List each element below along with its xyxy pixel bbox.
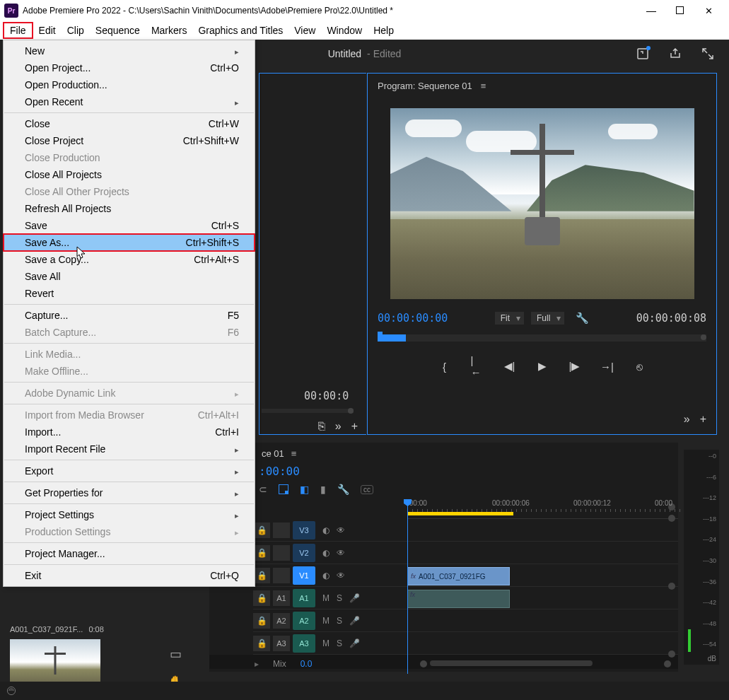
maximize-button[interactable] bbox=[676, 6, 684, 14]
zoom-fit-select[interactable]: Fit bbox=[495, 312, 524, 325]
insert-program-icon[interactable] bbox=[279, 484, 288, 494]
track-label[interactable]: V2 bbox=[293, 544, 315, 562]
step-fwd-icon[interactable]: |▶ bbox=[568, 360, 581, 373]
marker-icon[interactable]: ▮ bbox=[320, 484, 326, 495]
insert-icon[interactable]: ⎘ bbox=[318, 420, 325, 434]
menu-sequence[interactable]: Sequence bbox=[90, 23, 146, 37]
menuitem-save[interactable]: SaveCtrl+S bbox=[4, 217, 255, 234]
toggle-output-icon[interactable]: ◐ bbox=[322, 571, 329, 581]
voiceover-icon[interactable]: 🎤 bbox=[349, 616, 360, 626]
menuitem-import[interactable]: Import...Ctrl+I bbox=[4, 424, 255, 441]
settings-icon[interactable]: 🔧 bbox=[576, 312, 589, 325]
audio-clip[interactable]: fx bbox=[407, 590, 510, 608]
menu-edit[interactable]: Edit bbox=[33, 23, 62, 37]
workspace-name[interactable]: Untitled bbox=[328, 48, 361, 59]
menuitem-open-project[interactable]: Open Project...Ctrl+O bbox=[4, 59, 255, 76]
source-patch[interactable]: A3 bbox=[273, 636, 290, 651]
file-menu[interactable]: NewOpen Project...Ctrl+OOpen Production.… bbox=[3, 40, 255, 587]
sequence-tab[interactable]: ce 01 bbox=[262, 448, 284, 459]
clip-name[interactable]: A001_C037_0921F... bbox=[10, 625, 83, 634]
export-frame-icon[interactable]: + bbox=[351, 420, 358, 434]
more-controls-icon[interactable]: » bbox=[684, 413, 690, 426]
track-label[interactable]: A3 bbox=[293, 634, 315, 653]
resolution-select[interactable]: Full bbox=[531, 312, 564, 325]
track-label[interactable]: A2 bbox=[293, 612, 315, 630]
menuitem-project-manager[interactable]: Project Manager... bbox=[4, 545, 255, 562]
eye-icon[interactable]: 👁 bbox=[337, 571, 345, 581]
overwrite-icon[interactable]: » bbox=[335, 420, 342, 434]
add-control-icon[interactable]: + bbox=[700, 413, 706, 426]
quick-export-icon[interactable] bbox=[636, 47, 650, 61]
mute-toggle[interactable]: M bbox=[322, 593, 329, 603]
source-mini-scrub[interactable] bbox=[262, 409, 354, 413]
timeline-menu-icon[interactable] bbox=[291, 448, 301, 459]
source-patch[interactable]: A2 bbox=[273, 613, 290, 629]
program-preview[interactable] bbox=[390, 108, 694, 299]
lift-icon[interactable]: ⎋ bbox=[634, 360, 646, 373]
share-icon[interactable] bbox=[668, 47, 682, 61]
lock-icon[interactable]: 🔒 bbox=[253, 590, 270, 606]
menuitem-new[interactable]: New bbox=[4, 42, 255, 59]
menuitem-project-settings[interactable]: Project Settings bbox=[4, 506, 255, 523]
voiceover-icon[interactable]: 🎤 bbox=[349, 593, 360, 603]
menuitem-revert[interactable]: Revert bbox=[4, 285, 255, 302]
rectangle-tool-icon[interactable]: ▭ bbox=[168, 646, 183, 662]
mute-toggle[interactable]: M bbox=[322, 616, 329, 626]
lock-icon[interactable]: 🔒 bbox=[253, 636, 270, 651]
snap-icon[interactable]: ◧ bbox=[300, 484, 309, 495]
go-to-in-icon[interactable]: |← bbox=[471, 360, 484, 373]
timeline-current-tc[interactable]: :00:00 bbox=[259, 465, 300, 478]
menuitem-close-all-projects[interactable]: Close All Projects bbox=[4, 166, 255, 183]
cloud-sync-icon[interactable] bbox=[6, 685, 17, 696]
solo-toggle[interactable]: S bbox=[337, 593, 342, 603]
menu-file[interactable]: File bbox=[3, 22, 33, 39]
menu-help[interactable]: Help bbox=[368, 23, 400, 37]
toggle-output-icon[interactable]: ◐ bbox=[322, 525, 329, 535]
program-scrub-bar[interactable] bbox=[378, 334, 706, 342]
playhead[interactable] bbox=[407, 499, 408, 674]
nest-icon[interactable]: ⊂ bbox=[259, 484, 267, 495]
caption-icon[interactable]: cc bbox=[361, 485, 373, 494]
menuitem-export[interactable]: Export bbox=[4, 462, 255, 479]
lock-icon[interactable]: 🔒 bbox=[253, 523, 270, 538]
mix-value[interactable]: 0.0 bbox=[301, 659, 313, 669]
menuitem-get-properties-for[interactable]: Get Properties for bbox=[4, 484, 255, 501]
program-menu-icon[interactable] bbox=[481, 81, 491, 91]
menuitem-exit[interactable]: ExitCtrl+Q bbox=[4, 567, 255, 584]
menuitem-save-a-copy[interactable]: Save a Copy...Ctrl+Alt+S bbox=[4, 251, 255, 268]
menuitem-open-recent[interactable]: Open Recent bbox=[4, 93, 255, 110]
program-current-tc[interactable]: 00:00:00:00 bbox=[378, 312, 448, 325]
menu-markers[interactable]: Markers bbox=[146, 23, 193, 37]
go-to-out-icon[interactable]: →| bbox=[601, 360, 614, 373]
menuitem-close-project[interactable]: Close ProjectCtrl+Shift+W bbox=[4, 132, 255, 149]
close-button[interactable] bbox=[704, 6, 713, 16]
solo-toggle[interactable]: S bbox=[337, 616, 342, 626]
video-clip[interactable]: fxA001_C037_0921FG bbox=[407, 567, 510, 585]
play-icon[interactable]: ▶ bbox=[536, 360, 549, 373]
settings-wrench-icon[interactable]: 🔧 bbox=[337, 484, 349, 495]
track-label[interactable]: V1 bbox=[293, 566, 315, 585]
menu-window[interactable]: Window bbox=[321, 23, 368, 37]
menuitem-close[interactable]: CloseCtrl+W bbox=[4, 115, 255, 132]
voiceover-icon[interactable]: 🎤 bbox=[349, 638, 360, 648]
toggle-output-icon[interactable]: ◐ bbox=[322, 548, 329, 558]
menu-view[interactable]: View bbox=[288, 23, 321, 37]
track-label[interactable]: A1 bbox=[293, 589, 315, 607]
menuitem-refresh-all-projects[interactable]: Refresh All Projects bbox=[4, 200, 255, 217]
menuitem-save-as[interactable]: Save As...Ctrl+Shift+S bbox=[4, 234, 255, 251]
fullscreen-icon[interactable] bbox=[701, 47, 715, 61]
source-patch[interactable]: A1 bbox=[273, 590, 290, 606]
work-area-bar[interactable] bbox=[407, 512, 513, 515]
eye-icon[interactable]: 👁 bbox=[337, 525, 345, 535]
solo-toggle[interactable]: S bbox=[337, 638, 342, 648]
menu-clip[interactable]: Clip bbox=[62, 23, 90, 37]
mix-channel-caret[interactable]: ▸ bbox=[255, 659, 259, 669]
lock-icon[interactable]: 🔒 bbox=[253, 613, 270, 629]
eye-icon[interactable]: 👁 bbox=[337, 548, 345, 558]
menu-graphics-and-titles[interactable]: Graphics and Titles bbox=[192, 23, 288, 37]
timeline-horizontal-scroll[interactable] bbox=[420, 660, 671, 666]
mute-toggle[interactable]: M bbox=[322, 638, 329, 648]
menuitem-open-production[interactable]: Open Production... bbox=[4, 76, 255, 93]
menuitem-capture[interactable]: Capture...F5 bbox=[4, 307, 255, 324]
minimize-button[interactable] bbox=[646, 6, 656, 16]
